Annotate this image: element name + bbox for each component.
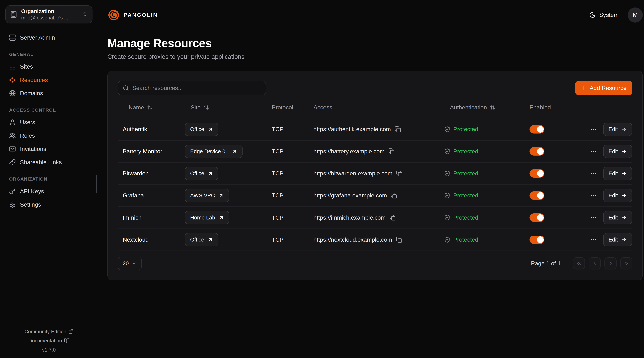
row-menu-button[interactable]	[590, 126, 597, 133]
sidebar-item-server-admin[interactable]: Server Admin	[6, 31, 92, 44]
row-menu-button[interactable]	[590, 214, 597, 221]
column-header-name[interactable]: Name	[118, 104, 180, 111]
sidebar-item-settings[interactable]: Settings	[6, 198, 92, 211]
sidebar-item-label: API Keys	[20, 188, 44, 195]
edit-button-label: Edit	[608, 148, 618, 155]
page-subtitle: Create secure proxies to your private ap…	[108, 53, 643, 60]
resource-url: https://nextcloud.example.com	[313, 236, 392, 243]
sidebar-item-roles[interactable]: Roles	[6, 129, 92, 142]
copy-url-button[interactable]	[389, 214, 396, 221]
edit-button[interactable]: Edit	[603, 211, 632, 224]
enabled-toggle[interactable]	[530, 213, 544, 222]
table-footer: 20 Page 1 of 1	[118, 257, 632, 270]
edit-button[interactable]: Edit	[603, 233, 632, 246]
site-link-button[interactable]: Office	[185, 233, 218, 246]
enabled-toggle[interactable]	[530, 169, 544, 178]
pagination: Page 1 of 1	[531, 257, 632, 269]
table-row: Nextcloud Office TCP https://nextcloud.e…	[118, 229, 632, 251]
copy-url-button[interactable]	[395, 126, 401, 132]
copy-url-button[interactable]	[396, 237, 402, 243]
arrow-up-right-icon	[208, 171, 213, 176]
enabled-toggle[interactable]	[530, 125, 544, 134]
site-name: Office	[190, 126, 204, 132]
copy-icon	[396, 170, 402, 177]
sidebar-scrollbar[interactable]	[96, 175, 97, 193]
edit-button[interactable]: Edit	[603, 167, 632, 180]
enabled-toggle[interactable]	[530, 191, 544, 200]
edit-button[interactable]: Edit	[603, 189, 632, 202]
documentation-link[interactable]: Documentation	[28, 336, 70, 345]
search-input[interactable]	[132, 85, 261, 91]
edit-button[interactable]: Edit	[603, 145, 632, 158]
column-header-site[interactable]: Site	[180, 104, 267, 111]
building-icon	[10, 11, 18, 18]
column-header-authentication[interactable]: Authentication	[439, 104, 524, 111]
resource-name: Bitwarden	[118, 170, 180, 177]
sidebar-item-label: Resources	[20, 77, 48, 83]
sidebar-item-invitations[interactable]: Invitations	[6, 142, 92, 156]
globe-icon	[9, 90, 16, 97]
enabled-toggle[interactable]	[530, 147, 544, 156]
arrow-up-right-icon	[232, 149, 237, 154]
table-row: Bitwarden Office TCP https://bitwarden.e…	[118, 163, 632, 185]
next-page-button[interactable]	[604, 257, 616, 269]
site-link-button[interactable]: AWS VPC	[185, 189, 229, 202]
add-resource-label: Add Resource	[590, 85, 626, 91]
site-link-button[interactable]: Office	[185, 123, 218, 136]
ellipsis-icon	[590, 170, 597, 177]
org-switcher[interactable]: Organization milo@fossorial.io's ...	[6, 6, 92, 24]
edit-button[interactable]: Edit	[603, 123, 632, 136]
page-title: Manage Resources	[108, 37, 643, 50]
sidebar-item-users[interactable]: Users	[6, 116, 92, 129]
arrow-right-icon	[621, 193, 626, 198]
sidebar-item-api-keys[interactable]: API Keys	[6, 185, 92, 198]
table-row: Grafana AWS VPC TCP https://grafana.exam…	[118, 185, 632, 207]
row-menu-button[interactable]	[590, 192, 597, 199]
copy-url-button[interactable]	[388, 148, 394, 154]
row-menu-button[interactable]	[590, 236, 597, 243]
shield-check-icon	[444, 192, 450, 199]
section-label-access-control: ACCESS CONTROL	[6, 108, 92, 113]
avatar[interactable]: M	[628, 8, 643, 23]
sidebar-item-label: Users	[20, 119, 35, 126]
site-link-button[interactable]: Edge Device 01	[185, 145, 242, 158]
ellipsis-icon	[590, 236, 597, 243]
chevron-down-icon	[132, 261, 137, 266]
copy-url-button[interactable]	[391, 192, 397, 199]
resources-card: Add Resource Name Site Protocol Access	[108, 71, 643, 280]
copy-url-button[interactable]	[396, 170, 402, 177]
enabled-toggle[interactable]	[530, 236, 544, 244]
arrow-right-icon	[621, 215, 626, 220]
edit-button-label: Edit	[608, 192, 618, 199]
site-link-button[interactable]: Office	[185, 167, 218, 180]
plus-icon	[581, 85, 587, 91]
ellipsis-icon	[590, 148, 597, 155]
site-link-button[interactable]: Home Lab	[185, 211, 229, 224]
chevrons-right-icon	[624, 260, 629, 266]
sidebar-item-sites[interactable]: Sites	[6, 60, 92, 73]
sidebar-nav: Server Admin GENERAL Sites Resources Dom…	[0, 24, 98, 322]
row-menu-button[interactable]	[590, 170, 597, 177]
add-resource-button[interactable]: Add Resource	[575, 81, 632, 95]
sidebar-item-resources[interactable]: Resources	[6, 73, 92, 87]
theme-toggle-button[interactable]: System	[589, 12, 619, 18]
sidebar-item-label: Invitations	[20, 146, 46, 152]
first-page-button[interactable]	[573, 257, 585, 269]
last-page-button[interactable]	[620, 257, 632, 269]
prev-page-button[interactable]	[588, 257, 601, 269]
external-link-icon	[68, 329, 74, 334]
org-title: Organization	[21, 8, 78, 15]
site-name: Office	[190, 237, 204, 243]
sidebar-item-shareable-links[interactable]: Shareable Links	[6, 156, 92, 169]
shield-check-icon	[444, 170, 450, 177]
page-size-select[interactable]: 20	[118, 257, 142, 270]
column-header-enabled: Enabled	[524, 104, 574, 111]
arrow-up-right-icon	[219, 193, 224, 198]
row-menu-button[interactable]	[590, 148, 597, 155]
community-edition-label: Community Edition	[24, 329, 66, 334]
arrow-right-icon	[621, 127, 626, 132]
sidebar-item-domains[interactable]: Domains	[6, 87, 92, 100]
shield-check-icon	[444, 126, 450, 132]
brand[interactable]: PANGOLIN	[108, 9, 158, 21]
community-edition-link[interactable]: Community Edition	[24, 327, 74, 336]
